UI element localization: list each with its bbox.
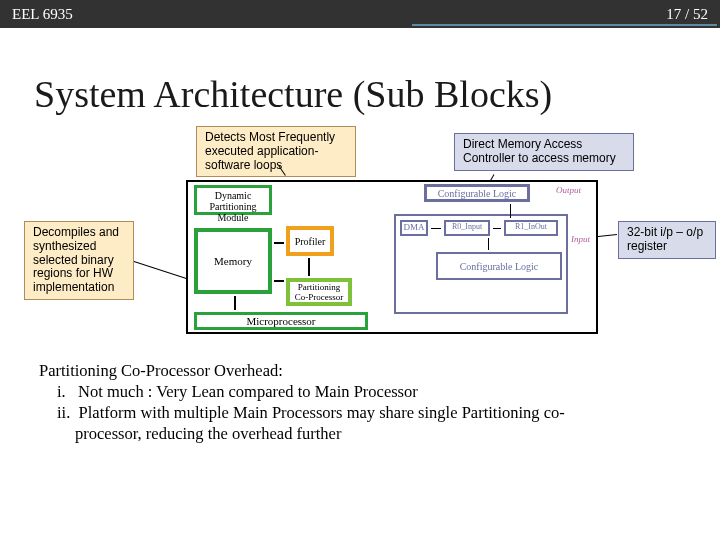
callout-register: 32-bit i/p – o/p register <box>618 221 716 259</box>
configurable-logic-mid-box: Configurable Logic <box>436 252 562 280</box>
list-item: i. Not much : Very Lean compared to Main… <box>39 381 694 402</box>
overhead-heading: Partitioning Co-Processor Overhead: <box>39 360 694 381</box>
partitioning-coprocessor-box: Partitioning Co-Processor <box>286 278 352 306</box>
item-1-text: Not much : Very Lean compared to Main Pr… <box>78 382 418 401</box>
connector <box>431 228 441 229</box>
connector <box>274 280 284 282</box>
output-label: Output <box>556 185 581 195</box>
slide-title: System Architecture (Sub Blocks) <box>34 72 720 116</box>
list-item: ii. Platform with multiple Main Processo… <box>39 402 694 423</box>
page-number: 17 / 52 <box>666 6 708 23</box>
course-code: EEL 6935 <box>12 6 73 23</box>
dynamic-partitioning-module-box: Dynamic Partitioning Module <box>194 185 272 215</box>
callout-dma: Direct Memory Access Controller to acces… <box>454 133 634 171</box>
roman-i: i. <box>57 382 66 401</box>
diagram-area: Detects Most Frequently executed applica… <box>0 126 720 346</box>
r1-inout-box: R1_InOut <box>504 220 558 236</box>
architecture-diagram: Dynamic Partitioning Module Memory Profi… <box>186 180 598 334</box>
connector <box>308 258 310 276</box>
connector <box>510 204 511 218</box>
roman-ii: ii. <box>57 403 70 422</box>
connector <box>488 238 489 250</box>
item-2-text-a: Platform with multiple Main Processors m… <box>79 403 565 422</box>
connector <box>493 228 501 229</box>
item-2-continuation: processor, reducing the overhead further <box>39 423 694 444</box>
memory-box: Memory <box>194 228 272 294</box>
microprocessor-box: Microprocessor <box>194 312 368 330</box>
connector <box>234 296 236 310</box>
header-accent-line <box>412 24 717 26</box>
profiler-box: Profiler <box>286 226 334 256</box>
configurable-logic-top-box: Configurable Logic <box>424 184 530 202</box>
callout-detects-loops: Detects Most Frequently executed applica… <box>196 126 356 177</box>
r0-input-box: R0_Input <box>444 220 490 236</box>
dma-box: DMA <box>400 220 428 236</box>
callout-decompiles: Decompiles and synthesized selected bina… <box>24 221 134 300</box>
input-label: Input <box>571 234 590 244</box>
body-text: Partitioning Co-Processor Overhead: i. N… <box>39 360 694 444</box>
connector <box>274 242 284 244</box>
